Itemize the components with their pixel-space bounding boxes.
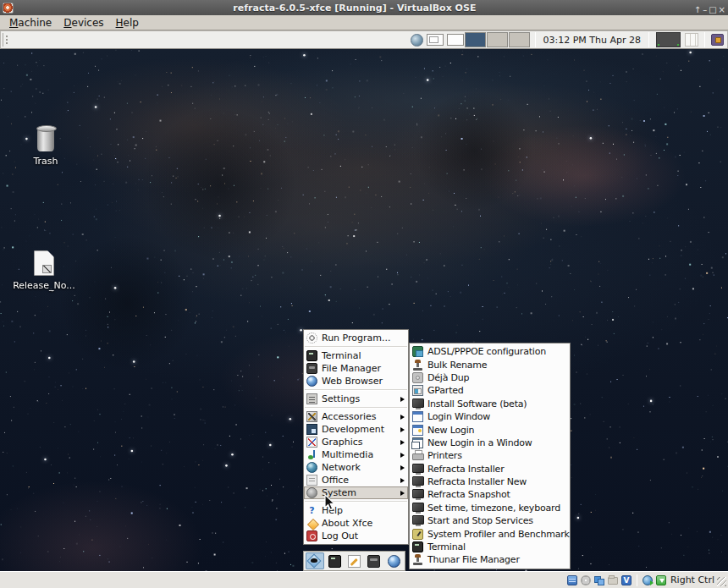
menubar-item-machine[interactable]: Machine xyxy=(3,16,58,30)
system-submenu-item-start-and-stop-services[interactable]: Start and Stop Services xyxy=(410,514,570,527)
close-button[interactable]: × xyxy=(719,5,725,14)
desktop-icon-label: Release_No... xyxy=(13,280,75,291)
panel-handle[interactable] xyxy=(3,33,9,47)
system-submenu-item-set-time-timezone-keyboard[interactable]: Set time, timezone, keyboard xyxy=(410,502,570,514)
new-login-icon xyxy=(412,425,423,436)
terminal-launcher[interactable] xyxy=(325,552,344,569)
panel-handle-right[interactable] xyxy=(685,33,698,47)
xfce-app-icon[interactable] xyxy=(411,34,423,47)
log-out-icon xyxy=(306,530,317,541)
system-submenu-item-refracta-installer-new[interactable]: Refracta Installer New xyxy=(410,475,570,488)
settings-icon xyxy=(306,393,317,404)
system-submenu-item-printers[interactable]: Printers xyxy=(410,449,570,462)
shared-folders-icon[interactable] xyxy=(608,577,618,585)
app-menu-item-log-out[interactable]: Log Out xyxy=(304,530,408,542)
virtualbox-logo-icon xyxy=(3,3,14,14)
system-submenu-item-label: Terminal xyxy=(427,541,466,552)
app-menu-item-file-manager[interactable]: File Manager xyxy=(304,362,408,375)
terminal-icon xyxy=(306,350,317,361)
mouse-integration-icon[interactable] xyxy=(656,575,666,585)
xfce-menu-icon xyxy=(308,555,321,568)
virtualbox-window: refracta-6.0.5-xfce [Running] - VirtualB… xyxy=(0,0,728,588)
system-monitor[interactable] xyxy=(656,32,681,47)
menubar-item-devices[interactable]: Devices xyxy=(58,16,109,30)
system-submenu-item-login-window[interactable]: Login Window xyxy=(410,410,570,423)
panel-clock: 03:12 PM Thu Apr 28 xyxy=(540,35,645,46)
app-menu-item-label: Web Browser xyxy=(322,376,383,387)
minimize-button[interactable]: – xyxy=(703,5,707,14)
system-submenu-item-label: Bulk Rename xyxy=(427,360,487,371)
system-submenu-item-terminal[interactable]: Terminal xyxy=(410,541,570,553)
app-menu-item-development[interactable]: Development xyxy=(304,423,408,436)
system-submenu-item-label: Install Software (beta) xyxy=(427,398,527,409)
hdd-icon[interactable] xyxy=(567,575,577,585)
workspace-pager xyxy=(447,32,531,47)
printers-icon xyxy=(412,450,423,461)
app-menu-item-web-browser[interactable]: Web Browser xyxy=(304,375,408,387)
shade-button[interactable]: ↑ xyxy=(694,5,701,14)
app-menu-item-run-program[interactable]: Run Program... xyxy=(304,332,408,344)
graphics-icon xyxy=(306,437,317,448)
system-submenu-item-new-login[interactable]: New Login xyxy=(410,423,570,436)
desktop[interactable]: Trash Release_No... Run Program...Termin… xyxy=(0,49,728,571)
app-menu-item-accessories[interactable]: Accessories xyxy=(304,410,408,423)
web-browser-launcher[interactable] xyxy=(384,552,403,569)
system-submenu-item-system-profiler-and-benchmark[interactable]: System Profiler and Benchmark xyxy=(410,527,570,540)
network-config-icon xyxy=(412,346,423,357)
document-link-icon xyxy=(34,250,54,276)
system-submenu-item-d-j-dup[interactable]: Déjà Dup xyxy=(410,371,570,384)
system-submenu-item-new-login-in-a-window[interactable]: New Login in a Window xyxy=(410,437,570,449)
maximize-button[interactable]: □ xyxy=(709,5,716,14)
system-submenu-item-install-software-beta[interactable]: Install Software (beta) xyxy=(410,398,570,410)
app-menu-item-about-xfce[interactable]: About Xfce xyxy=(304,517,408,530)
system-submenu-item-bulk-rename[interactable]: Bulk Rename xyxy=(410,358,570,371)
file-manager-launcher[interactable] xyxy=(365,552,383,569)
submenu-arrow-icon xyxy=(400,397,405,402)
multimedia-icon xyxy=(306,449,317,460)
app-menu-item-label: Office xyxy=(322,475,349,486)
app-menu-item-terminal[interactable]: Terminal xyxy=(304,349,408,362)
tasklist-window-button[interactable] xyxy=(427,34,444,46)
desktop-icon-trash[interactable]: Trash xyxy=(7,128,85,167)
app-menu-item-network[interactable]: Network xyxy=(304,461,408,474)
app-menu-separator xyxy=(305,389,407,391)
app-menu-item-help[interactable]: ?Help xyxy=(304,504,408,517)
file-manager-icon xyxy=(367,555,380,568)
workspace-3[interactable] xyxy=(487,32,508,47)
system-submenu-item-label: GParted xyxy=(427,385,464,396)
app-menu-item-system[interactable]: System xyxy=(304,486,408,499)
menu-button[interactable] xyxy=(306,552,324,569)
display-icon[interactable] xyxy=(643,575,653,585)
menubar-item-help[interactable]: Help xyxy=(110,16,145,30)
text-editor-launcher[interactable] xyxy=(345,552,363,569)
titlebar[interactable]: refracta-6.0.5-xfce [Running] - VirtualB… xyxy=(0,0,728,15)
app-menu-item-label: Accessories xyxy=(322,411,376,422)
desktop-icon-release-notes[interactable]: Release_No... xyxy=(5,250,83,291)
app-menu-item-label: Log Out xyxy=(322,530,358,541)
virtualization-icon[interactable]: V xyxy=(621,575,631,585)
app-menu-item-office[interactable]: Office xyxy=(304,474,408,486)
app-menu-item-settings[interactable]: Settings xyxy=(304,393,408,405)
system-submenu-item-adsl-pppoe-configuration[interactable]: ADSL/PPPOE configuration xyxy=(410,345,570,358)
system-submenu-item-refracta-snapshot[interactable]: Refracta Snapshot xyxy=(410,488,570,501)
system-submenu-item-thunar-file-manager[interactable]: Thunar File Manager xyxy=(410,553,570,566)
app-menu-item-multimedia[interactable]: Multimedia xyxy=(304,448,408,461)
panel-separator xyxy=(704,32,705,47)
workspace-4[interactable] xyxy=(509,32,530,47)
app-menu-item-graphics[interactable]: Graphics xyxy=(304,436,408,448)
network-adapter-icon[interactable] xyxy=(594,575,604,585)
system-submenu-item-refracta-installer[interactable]: Refracta Installer xyxy=(410,463,570,475)
system-submenu-item-label: Printers xyxy=(427,450,462,461)
workspace-1[interactable] xyxy=(447,34,464,46)
screen-lock-icon[interactable] xyxy=(711,34,724,46)
cd-icon[interactable] xyxy=(581,575,591,585)
app-menu-separator xyxy=(305,407,407,409)
virtualbox-statusbar: V Right Ctrl xyxy=(0,571,728,588)
resize-grip[interactable] xyxy=(717,577,726,586)
workspace-2[interactable] xyxy=(465,32,486,47)
app-menu-item-label: Terminal xyxy=(322,350,361,361)
submenu-arrow-icon xyxy=(400,453,405,458)
system-submenu-item-gparted[interactable]: GParted xyxy=(410,384,570,397)
virtualbox-menubar: MachineDevicesHelp xyxy=(0,15,728,30)
app-monitor-icon xyxy=(412,464,423,475)
